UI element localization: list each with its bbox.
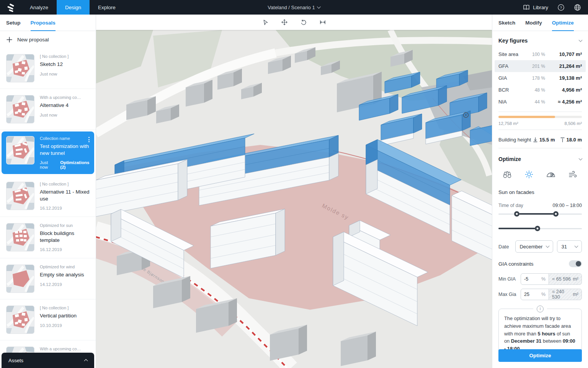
library-label: Library — [533, 5, 548, 10]
map-viewport: Bjørnstjerne Bjørnsons veg Molde sy — [96, 15, 492, 368]
key-figure-row[interactable]: GIA178 %19,138 m² — [495, 72, 586, 84]
proposal-title: Sketch 12 — [40, 61, 90, 68]
proposal-thumbnail — [6, 136, 34, 164]
key-figures-table: Site area100 %10,707 m²GFA201 %21,264 m²… — [498, 48, 582, 108]
rotate-icon — [300, 18, 307, 26]
proposal-card[interactable]: [ No collection ] Alternative 11 - Mixed… — [0, 176, 96, 217]
proposal-date: 16.12.2019 — [40, 206, 62, 210]
key-figure-row[interactable]: GFA201 %21,264 m² — [495, 60, 586, 72]
min-gia-percent-input[interactable]: -5 % — [521, 274, 549, 284]
proposal-card[interactable]: [ No collection ] Vertical partition 10.… — [0, 299, 96, 340]
proposal-title: Test optimization with new tunnel — [40, 143, 90, 156]
breadcrumb[interactable]: Vateland / Scenario 1 — [268, 0, 320, 15]
chevron-down-icon — [317, 5, 321, 9]
day-select[interactable]: 31 — [557, 240, 582, 253]
chevron-down-icon — [579, 157, 583, 161]
proposal-card[interactable]: With a upcoming comme... Alternative 4 J… — [0, 89, 96, 130]
proposal-date: 10.10.2019 — [40, 323, 62, 328]
nav-tab-design[interactable]: Design — [57, 0, 90, 15]
measure-tool-button[interactable] — [317, 16, 328, 28]
slider-handle[interactable] — [535, 226, 540, 231]
mode-wind-button[interactable] — [567, 168, 580, 182]
average-height-icon — [533, 137, 537, 142]
proposal-collection: With a upcoming comme... — [40, 95, 90, 100]
help-button[interactable]: ? — [557, 4, 565, 11]
min-gia-computed: = 65 596 m² — [549, 274, 581, 284]
info-icon: i — [533, 306, 547, 312]
proposal-card[interactable]: Optimized for wind Empty site analysis 1… — [0, 258, 96, 299]
building-height-row: Building height 15.5 m 18.0 m — [498, 134, 582, 148]
spacemaker-logo[interactable] — [0, 0, 21, 15]
library-button[interactable]: Library — [523, 5, 548, 10]
max-gia-label: Max Gia — [498, 292, 521, 297]
info-text-segment: December 31 — [511, 338, 542, 344]
slider-handle-end[interactable] — [553, 211, 559, 217]
nav-tab-analyze[interactable]: Analyze — [21, 0, 57, 15]
key-figure-row[interactable]: Site area100 %10,707 m² — [495, 48, 586, 60]
rotate-tool-button[interactable] — [298, 16, 309, 28]
day-value: 31 — [561, 244, 567, 250]
gia-constraints-toggle[interactable] — [569, 260, 582, 267]
tab-modify[interactable]: Modify — [525, 15, 542, 31]
optimize-title: Optimize — [498, 156, 521, 162]
max-gia-percent-input[interactable]: 25 % — [521, 289, 549, 300]
tab-proposals[interactable]: Proposals — [31, 15, 56, 31]
proposal-collection: [ No collection ] — [40, 54, 90, 59]
key-figure-percent: 201 % — [524, 64, 545, 69]
proposal-card[interactable]: Optimized for sun Block buildigns templa… — [0, 217, 96, 258]
solar-gauge-icon — [546, 170, 556, 179]
proposal-collection: Optimized for wind — [40, 264, 90, 269]
3d-scene[interactable]: Bjørnstjerne Bjørnsons veg Molde sy — [96, 30, 492, 368]
mode-solar-gauge-button[interactable] — [544, 168, 557, 182]
proposal-collection: With a upcoming comme... — [40, 347, 90, 351]
area-unit: m² — [573, 276, 578, 282]
language-globe-button[interactable] — [574, 4, 581, 11]
key-figure-row[interactable]: NIA44 %≈ 4,256 m² — [495, 96, 586, 108]
month-select[interactable]: December — [515, 240, 553, 253]
key-figure-label: GFA — [498, 63, 524, 69]
left-panel-tabs: Setup Proposals — [0, 15, 96, 31]
mode-sun-button[interactable] — [523, 168, 535, 182]
breadcrumb-label: Vateland / Scenario 1 — [268, 5, 315, 10]
proposal-collection: [ No collection ] — [40, 182, 90, 186]
proposal-date: Just now — [40, 160, 54, 169]
nav-tab-explore[interactable]: Explore — [90, 0, 124, 15]
proposal-thumbnail — [6, 95, 34, 123]
key-figures-header[interactable]: Key figures — [498, 31, 582, 48]
chevron-up-icon — [84, 359, 88, 363]
key-figure-percent: 100 % — [524, 52, 545, 57]
info-text-segment: between — [541, 338, 563, 344]
proposal-card[interactable]: Collection name Test optimization with n… — [2, 131, 94, 174]
key-figure-value: 21,264 m² — [545, 63, 582, 69]
mode-views-button[interactable] — [501, 168, 514, 182]
globe-icon — [574, 4, 581, 11]
slider-handle-start[interactable] — [514, 211, 519, 217]
new-proposal-button[interactable]: New proposal — [0, 31, 96, 48]
optimize-button[interactable]: Optimize — [498, 349, 582, 362]
proposal-date: Just now — [40, 72, 57, 76]
proposal-card[interactable]: [ No collection ] Sketch 12 Just now — [0, 48, 96, 89]
measure-icon — [319, 18, 326, 26]
optimize-header[interactable]: Optimize — [498, 149, 582, 167]
proposal-optimizations-badge[interactable]: Optimizations (2) — [60, 160, 90, 169]
move-tool-button[interactable] — [279, 16, 290, 28]
tab-setup[interactable]: Setup — [6, 15, 21, 31]
key-figure-row[interactable]: BCR48 %4,956 m² — [495, 84, 586, 96]
chevron-down-icon — [546, 244, 550, 248]
building-height-label: Building height — [498, 137, 531, 143]
min-gia-computed-value: = 65 596 — [552, 276, 571, 282]
proposal-title: Empty site analysis — [40, 271, 90, 278]
proposal-list: [ No collection ] Sketch 12 Just now — [0, 48, 96, 368]
tab-optimize[interactable]: Optimize — [552, 15, 574, 31]
kebab-menu-icon[interactable] — [88, 136, 90, 143]
assets-drawer[interactable]: Assets — [2, 353, 94, 368]
key-figure-value: ≈ 4,256 m² — [545, 99, 582, 105]
chevron-down-icon — [575, 244, 578, 248]
proposal-date: 14.12.2019 — [40, 282, 62, 287]
tab-sketch[interactable]: Sketch — [498, 15, 515, 31]
new-proposal-label: New proposal — [17, 37, 49, 43]
proposal-thumbnail — [6, 306, 34, 334]
key-figure-label: BCR — [498, 87, 524, 93]
select-tool-button[interactable] — [260, 16, 271, 28]
min-gia-label: Min GIA — [498, 276, 521, 282]
